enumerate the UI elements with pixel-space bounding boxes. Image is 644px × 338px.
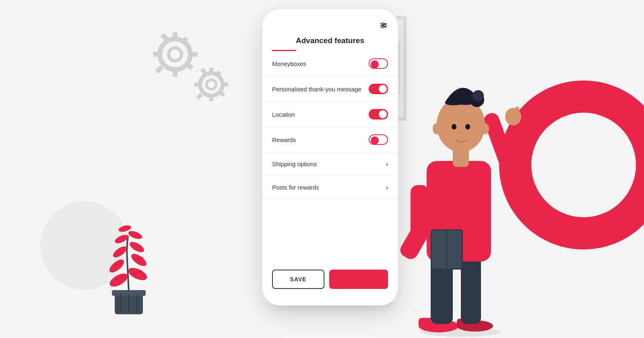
rewards-toggle-knob	[371, 136, 379, 144]
setting-row-shipping-options[interactable]: Shipping options ›	[262, 153, 398, 176]
shipping-options-chevron-right-icon: ›	[386, 161, 388, 168]
posts-for-rewards-label: Posts for rewards	[272, 183, 386, 192]
svg-point-30	[128, 240, 146, 254]
svg-rect-3	[173, 70, 178, 77]
personalised-message-label: Personalised thank-you message	[272, 85, 369, 93]
location-toggle[interactable]	[369, 109, 388, 120]
svg-rect-54	[515, 107, 519, 123]
moneyboxes-toggle[interactable]	[369, 58, 388, 69]
svg-point-26	[126, 266, 149, 283]
shipping-options-label: Shipping options	[272, 160, 386, 168]
personalised-message-toggle-knob	[379, 85, 387, 93]
svg-point-64	[452, 124, 456, 130]
svg-point-28	[129, 251, 149, 268]
svg-point-65	[465, 124, 470, 130]
phone-header	[262, 21, 398, 36]
setting-row-location[interactable]: Location	[262, 102, 398, 127]
svg-point-27	[107, 257, 126, 275]
svg-point-29	[111, 244, 128, 260]
svg-point-63	[473, 90, 484, 101]
plant-decoration	[93, 212, 165, 318]
posts-for-rewards-chevron-right-icon: ›	[386, 184, 388, 191]
phone-title: Advanced features	[262, 36, 398, 50]
phone-frame: Advanced features Moneyboxes Personalise…	[262, 8, 398, 306]
setting-row-posts-for-rewards[interactable]: Posts for rewards ›	[262, 176, 398, 199]
svg-point-25	[107, 271, 130, 289]
svg-rect-2	[173, 32, 178, 39]
settings-list: Moneyboxes Personalised thank-you messag…	[262, 51, 398, 262]
svg-point-42	[384, 25, 386, 27]
person-illustration	[390, 32, 531, 338]
svg-rect-12	[209, 68, 213, 73]
setting-row-rewards[interactable]: Rewards	[262, 127, 398, 153]
svg-rect-19	[196, 93, 203, 100]
moneyboxes-label: Moneyboxes	[272, 60, 369, 68]
svg-rect-4	[190, 52, 198, 57]
svg-point-1	[169, 48, 182, 61]
svg-rect-5	[153, 52, 160, 57]
location-toggle-knob	[379, 110, 387, 118]
svg-point-11	[206, 80, 216, 89]
filter-icon[interactable]	[379, 21, 388, 32]
svg-rect-15	[194, 82, 200, 87]
gears-decoration	[153, 32, 242, 114]
save-button[interactable]: SAVE	[272, 270, 324, 289]
setting-row-moneyboxes[interactable]: Moneyboxes	[262, 51, 398, 76]
svg-point-43	[382, 26, 384, 28]
location-label: Location	[272, 110, 369, 119]
svg-point-67	[481, 123, 489, 134]
svg-rect-14	[223, 82, 228, 87]
rewards-label: Rewards	[272, 136, 369, 144]
primary-button[interactable]	[329, 270, 388, 289]
setting-row-personalised-message[interactable]: Personalised thank-you message	[262, 76, 398, 102]
personalised-message-toggle[interactable]	[369, 84, 388, 94]
svg-point-32	[127, 229, 143, 240]
moneyboxes-toggle-knob	[371, 60, 379, 68]
phone-mockup: Advanced features Moneyboxes Personalise…	[262, 8, 398, 306]
svg-rect-13	[209, 96, 213, 101]
svg-point-66	[433, 123, 441, 134]
rewards-toggle[interactable]	[369, 134, 388, 145]
phone-footer: SAVE	[262, 262, 398, 297]
svg-point-41	[382, 23, 384, 25]
